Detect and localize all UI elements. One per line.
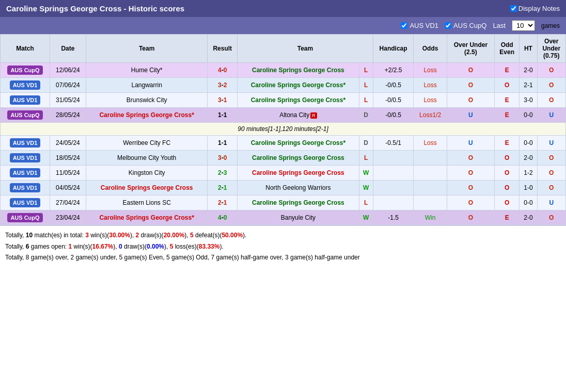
league-badge: AUS VD1 [10,198,41,207]
cell-team1: Brunswick City [86,93,207,108]
cell-odd-even: O [495,181,520,195]
wins-pct: 30.00% [109,232,130,239]
auscupq-checkbox[interactable] [445,22,451,29]
cell-score: 2-3 [208,166,238,181]
cell-team2: Banyule City [238,210,359,225]
col-team2: Team [238,35,373,63]
cell-score: 2-1 [208,181,238,195]
cell-team2: North Geelong Warriors [238,181,359,195]
cell-date: 07/06/24 [50,78,86,93]
league-badge: AUS CupQ [7,66,42,75]
league-badge: AUS VD1 [10,138,41,148]
games-label: games [541,22,560,29]
cell-team2: Caroline Springs George Cross* [238,93,359,108]
cell-ou25: O [447,181,495,195]
league-badge: AUS VD1 [10,168,41,177]
cell-team2: Caroline Springs George Cross [238,166,359,181]
cell-odds: Loss [414,63,447,78]
defeats-pct: 50.00% [222,232,243,239]
cell-team1: Caroline Springs George Cross* [86,108,207,123]
last-label: Last [493,22,506,29]
table-header-row: Match Date Team Result Team Handicap Odd… [1,35,566,63]
cell-team1: Caroline Springs George Cross [86,181,207,195]
cell-odds [414,166,447,181]
cell-ou25: U [447,108,495,123]
cell-ht: 1-0 [520,181,537,195]
open-draws: 0 [119,243,122,250]
scores-table-wrap: Match Date Team Result Team Handicap Odd… [0,34,566,225]
cell-league: AUS VD1 [1,136,50,151]
cell-odds: Loss [414,136,447,151]
cell-team1: Kingston City [86,166,207,181]
cell-ht: 2-0 [520,210,537,225]
cell-league: AUS VD1 [1,195,50,210]
cell-handicap: +2/2.5 [373,63,414,78]
display-notes-toggle[interactable]: Display Notes [510,5,560,12]
cell-league: AUS VD1 [1,78,50,93]
cell-date: 27/04/24 [50,195,86,210]
note-row: 90 minutes[1-1],120 minutes[2-1] [1,123,566,136]
cell-handicap [373,195,414,210]
cell-odds [414,151,447,166]
cell-odd-even: O [495,166,520,181]
col-result: Result [208,35,238,63]
cell-odd-even: E [495,108,520,123]
cell-ou075: O [537,181,565,195]
col-odds: Odds [414,35,447,63]
cell-score: 2-1 [208,195,238,210]
display-notes-checkbox[interactable] [510,5,517,12]
cell-handicap: -0/0.5 [373,78,414,93]
cell-outcome: D [359,136,373,151]
col-match: Match [1,35,50,63]
cell-team2: Altona CityR [238,108,359,123]
cell-odds: Loss1/2 [414,108,447,123]
open-draws-pct: 0.00% [147,243,164,250]
last-games-select[interactable]: 5 10 15 20 25 30 All [512,20,535,31]
cell-ou075: O [537,63,565,78]
cell-ou075: O [537,78,565,93]
cell-outcome: W [359,210,373,225]
cell-odd-even: O [495,78,520,93]
cell-ou25: O [447,93,495,108]
total-wins: 3 [85,232,89,239]
col-team1: Team [86,35,207,63]
ausvd1-label: AUS VD1 [410,22,438,29]
cell-score: 3-2 [208,78,238,93]
cell-ou25: O [447,151,495,166]
cell-score: 4-0 [208,210,238,225]
cell-odd-even: E [495,63,520,78]
cell-odd-even: E [495,93,520,108]
open-wins-pct: 16.67% [92,243,114,250]
cell-ou25: O [447,166,495,181]
cell-date: 18/05/24 [50,151,86,166]
cell-date: 04/05/24 [50,181,86,195]
auscupq-filter[interactable]: AUS CupQ [445,22,486,29]
cell-outcome: L [359,63,373,78]
stat-line-2: Totally, 6 games open: 1 win(s)(16.67%),… [5,241,561,253]
cell-team2: Caroline Springs George Cross [238,63,359,78]
cell-ht: 1-2 [520,166,537,181]
cell-handicap [373,166,414,181]
cell-ht: 0-0 [520,195,537,210]
cell-ou075: U [537,136,565,151]
ausvd1-checkbox[interactable] [401,22,407,29]
league-badge: AUS VD1 [10,153,41,162]
cell-odds [414,181,447,195]
cell-score: 3-0 [208,151,238,166]
filter-bar: AUS VD1 AUS CupQ Last 5 10 15 20 25 30 A… [0,17,566,34]
open-losses-pct: 83.33% [199,243,220,250]
cell-handicap: -0.5/1 [373,136,414,151]
cell-outcome: W [359,181,373,195]
cell-team1: Melbourne City Youth [86,151,207,166]
cell-ou075: U [537,108,565,123]
cell-ht: 0-0 [520,136,537,151]
header-controls: Display Notes [510,5,560,12]
ausvd1-filter[interactable]: AUS VD1 [401,22,438,29]
cell-handicap [373,151,414,166]
cell-ou25: U [447,136,495,151]
cell-ou075: O [537,166,565,181]
cell-odd-even: O [495,195,520,210]
cell-team1: Werribee City FC [86,136,207,151]
col-date: Date [50,35,86,63]
cell-outcome: L [359,151,373,166]
